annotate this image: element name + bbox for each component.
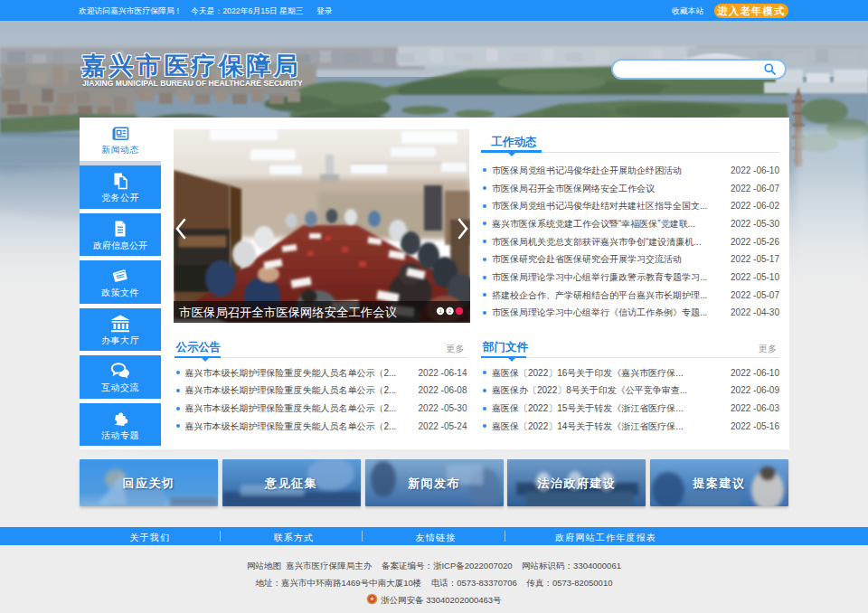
svg-text:2: 2 xyxy=(448,308,451,314)
svg-text:市医保局召开全市医保网络安全工作会议: 市医保局召开全市医保网络安全工作会议 xyxy=(179,306,397,319)
svg-text:1: 1 xyxy=(439,308,442,314)
